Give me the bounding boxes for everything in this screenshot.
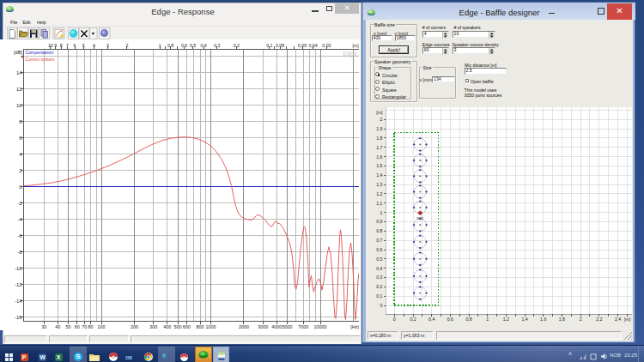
svg-text:0,4: 0,4 (428, 317, 434, 322)
svg-text:Current system: Current system (25, 57, 55, 62)
svg-text:800: 800 (197, 324, 204, 329)
svg-text:1,1: 1,1 (376, 201, 382, 206)
svg-text:0,03: 0,03 (322, 43, 331, 48)
svg-text:3: 3 (106, 43, 109, 48)
svg-text:0,8: 0,8 (465, 317, 471, 322)
svg-text:1,4: 1,4 (521, 317, 527, 322)
svg-text:1: 1 (380, 210, 383, 215)
svg-text:6: 6 (74, 43, 76, 48)
svg-text:6: 6 (19, 136, 21, 141)
svg-text:1: 1 (486, 317, 489, 322)
svg-text:10: 10 (16, 103, 21, 108)
svg-text:1,2: 1,2 (376, 191, 382, 196)
svg-text:0,7: 0,7 (376, 238, 382, 243)
svg-text:0,6: 0,6 (181, 43, 187, 48)
svg-text:1,4: 1,4 (376, 172, 382, 178)
svg-text:7: 7 (66, 43, 69, 48)
svg-text:2: 2 (125, 43, 128, 48)
svg-text:0,05: 0,05 (298, 43, 307, 48)
svg-text:0,6: 0,6 (447, 317, 453, 322)
svg-text:1000: 1000 (206, 324, 216, 329)
svg-text:0,5: 0,5 (190, 43, 196, 48)
svg-text:0,1: 0,1 (266, 43, 272, 48)
svg-text:0,08: 0,08 (276, 43, 284, 48)
svg-text:300: 300 (149, 324, 157, 329)
svg-text:1,9: 1,9 (376, 126, 382, 131)
svg-text:600: 600 (183, 324, 191, 329)
svg-text:200: 200 (131, 324, 138, 329)
svg-text:400: 400 (163, 324, 171, 329)
svg-text:1,5: 1,5 (376, 163, 382, 168)
svg-text:-12: -12 (15, 282, 21, 287)
svg-text:7000: 7000 (298, 324, 308, 329)
svg-text:5: 5 (82, 43, 85, 48)
svg-text:30: 30 (41, 324, 46, 329)
svg-text:2000: 2000 (239, 324, 249, 329)
svg-text:0,6: 0,6 (376, 247, 382, 252)
svg-text:[m]: [m] (352, 43, 359, 48)
svg-text:-10: -10 (15, 266, 21, 271)
svg-text:0,8: 0,8 (376, 228, 382, 233)
svg-text:0,2: 0,2 (376, 284, 382, 289)
svg-text:2,4: 2,4 (615, 317, 621, 322)
svg-text:70: 70 (82, 324, 87, 329)
svg-text:0,3: 0,3 (214, 43, 220, 48)
svg-text:[dB]: [dB] (14, 50, 22, 55)
svg-text:0,5: 0,5 (376, 256, 382, 262)
svg-text:1: 1 (159, 43, 161, 48)
svg-text:60: 60 (75, 324, 80, 329)
svg-text:-2: -2 (17, 201, 21, 206)
svg-text:-8: -8 (17, 250, 21, 255)
svg-text:10: 10 (48, 43, 53, 48)
svg-text:100: 100 (98, 324, 106, 329)
svg-text:mic: mic (416, 215, 423, 220)
svg-text:[m]: [m] (624, 317, 631, 322)
svg-text:0: 0 (19, 184, 21, 190)
svg-text:0: 0 (380, 303, 383, 308)
svg-text:14: 14 (16, 70, 22, 75)
svg-text:0,1: 0,1 (376, 293, 382, 299)
svg-text:1,8: 1,8 (376, 136, 382, 141)
svg-text:0,2: 0,2 (410, 317, 416, 322)
svg-text:1,2: 1,2 (503, 317, 509, 322)
svg-text:0,3: 0,3 (376, 275, 382, 280)
svg-text:-6: -6 (17, 233, 21, 238)
svg-text:2: 2 (19, 168, 21, 173)
svg-text:1,8: 1,8 (559, 317, 565, 322)
svg-text:0,2: 0,2 (234, 43, 240, 48)
svg-text:4000: 4000 (271, 324, 282, 329)
svg-text:2: 2 (380, 117, 383, 122)
svg-text:[m]: [m] (376, 110, 383, 115)
svg-text:-4: -4 (17, 217, 22, 222)
svg-text:9: 9 (54, 43, 57, 48)
svg-text:50: 50 (66, 324, 71, 329)
svg-text:500: 500 (174, 324, 182, 329)
svg-text:-16: -16 (15, 315, 21, 320)
svg-text:1,6: 1,6 (376, 154, 382, 160)
svg-text:8: 8 (60, 43, 63, 48)
svg-text:5000: 5000 (283, 324, 293, 329)
svg-text:0,4: 0,4 (376, 266, 382, 271)
svg-text:Edge: Edge (343, 50, 357, 57)
svg-text:40: 40 (55, 324, 60, 329)
svg-text:2,2: 2,2 (596, 317, 602, 322)
svg-text:2: 2 (580, 317, 582, 322)
svg-text:1,6: 1,6 (540, 317, 546, 322)
svg-text:1,3: 1,3 (376, 182, 382, 187)
svg-text:1,7: 1,7 (376, 145, 382, 150)
svg-text:0: 0 (393, 317, 396, 322)
svg-text:-14: -14 (15, 299, 22, 304)
svg-text:0,9: 0,9 (376, 219, 382, 224)
svg-text:0,8: 0,8 (167, 43, 173, 48)
svg-text:3000: 3000 (258, 324, 268, 329)
svg-text:12: 12 (16, 87, 21, 92)
svg-text:0,4: 0,4 (200, 43, 206, 48)
svg-text:4: 4 (93, 43, 95, 48)
svg-text:0,04: 0,04 (308, 43, 317, 48)
svg-text:8: 8 (19, 119, 21, 124)
svg-text:10000: 10000 (314, 324, 327, 329)
svg-text:80: 80 (88, 324, 94, 329)
svg-text:[Hz]: [Hz] (350, 324, 359, 329)
svg-text:Compensation: Compensation (26, 50, 54, 55)
